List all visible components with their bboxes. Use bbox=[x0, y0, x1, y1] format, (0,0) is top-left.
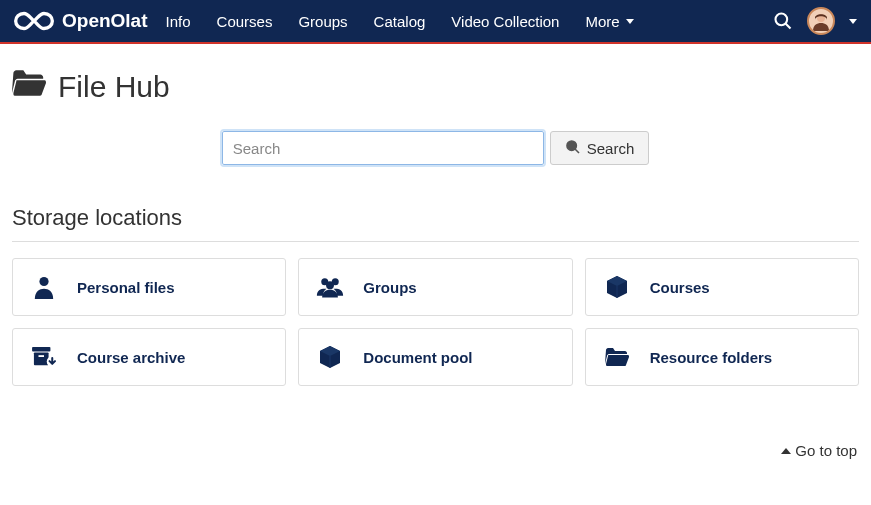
top-navbar: OpenOlat Info Courses Groups Catalog Vid… bbox=[0, 0, 871, 44]
cube-icon bbox=[602, 275, 632, 299]
card-label: Courses bbox=[650, 279, 710, 296]
card-label: Document pool bbox=[363, 349, 472, 366]
svg-rect-12 bbox=[39, 355, 45, 357]
card-groups[interactable]: Groups bbox=[298, 258, 572, 316]
search-row: Search bbox=[12, 131, 859, 165]
svg-point-0 bbox=[776, 14, 788, 26]
folder-open-icon bbox=[602, 347, 632, 367]
nav-item-courses[interactable]: Courses bbox=[217, 13, 273, 30]
card-label: Personal files bbox=[77, 279, 175, 296]
card-courses[interactable]: Courses bbox=[585, 258, 859, 316]
search-icon bbox=[565, 139, 581, 158]
svg-line-4 bbox=[575, 149, 579, 153]
svg-point-5 bbox=[39, 277, 48, 286]
svg-rect-11 bbox=[34, 352, 49, 365]
svg-point-3 bbox=[567, 141, 576, 150]
chevron-down-icon bbox=[626, 19, 634, 24]
card-course-archive[interactable]: Course archive bbox=[12, 328, 286, 386]
go-to-top-label: Go to top bbox=[795, 442, 857, 459]
search-input[interactable] bbox=[222, 131, 544, 165]
card-label: Resource folders bbox=[650, 349, 773, 366]
brand[interactable]: OpenOlat bbox=[14, 10, 148, 32]
nav-right bbox=[773, 7, 857, 35]
user-icon bbox=[29, 275, 59, 299]
search-button-label: Search bbox=[587, 140, 635, 157]
svg-rect-10 bbox=[32, 347, 50, 352]
card-document-pool[interactable]: Document pool bbox=[298, 328, 572, 386]
brand-name: OpenOlat bbox=[62, 10, 148, 32]
go-to-top-link[interactable]: Go to top bbox=[781, 442, 857, 459]
search-button[interactable]: Search bbox=[550, 131, 650, 165]
svg-point-8 bbox=[326, 281, 334, 289]
infinity-logo-icon bbox=[14, 10, 54, 32]
section-header-storage: Storage locations bbox=[12, 205, 859, 242]
card-resource-folders[interactable]: Resource folders bbox=[585, 328, 859, 386]
search-icon[interactable] bbox=[773, 11, 793, 31]
nav-item-groups[interactable]: Groups bbox=[298, 13, 347, 30]
chevron-down-icon[interactable] bbox=[849, 19, 857, 24]
storage-cards: Personal files Groups bbox=[12, 258, 859, 386]
svg-line-1 bbox=[786, 24, 791, 29]
card-label: Course archive bbox=[77, 349, 185, 366]
nav-item-info[interactable]: Info bbox=[166, 13, 191, 30]
user-avatar[interactable] bbox=[807, 7, 835, 35]
box-icon bbox=[315, 345, 345, 369]
card-label: Groups bbox=[363, 279, 416, 296]
folder-open-icon bbox=[12, 68, 46, 105]
page-title-text: File Hub bbox=[58, 70, 170, 104]
nav-items: Info Courses Groups Catalog Video Collec… bbox=[166, 13, 634, 30]
page-title: File Hub bbox=[12, 68, 859, 105]
nav-item-video-collection[interactable]: Video Collection bbox=[451, 13, 559, 30]
chevron-up-icon bbox=[781, 448, 791, 454]
card-personal-files[interactable]: Personal files bbox=[12, 258, 286, 316]
archive-icon bbox=[29, 346, 59, 368]
nav-more-label: More bbox=[585, 13, 619, 30]
nav-item-more[interactable]: More bbox=[585, 13, 633, 30]
page-content: File Hub Search Storage locations Person… bbox=[0, 44, 871, 398]
nav-item-catalog[interactable]: Catalog bbox=[374, 13, 426, 30]
users-icon bbox=[315, 276, 345, 298]
